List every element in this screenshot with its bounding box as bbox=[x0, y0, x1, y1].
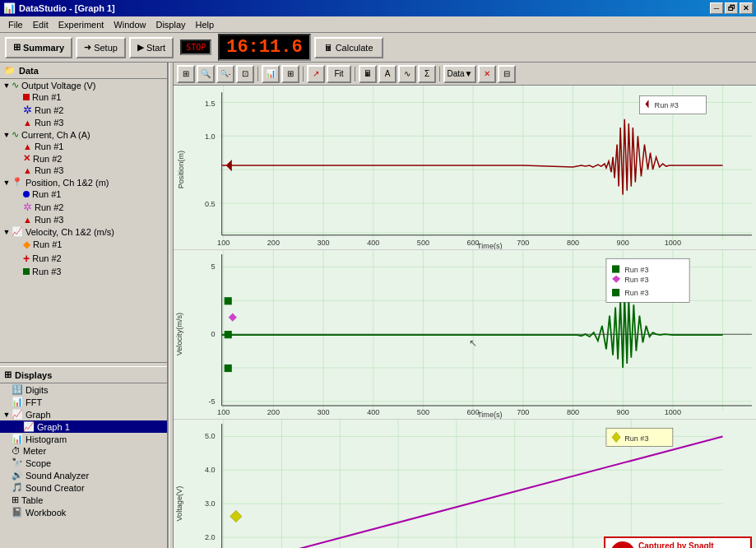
gtb-wave-btn[interactable]: ∿ bbox=[398, 65, 416, 83]
red-triangle-icon: ▲ bbox=[23, 118, 32, 128]
snagit-logo-icon: S bbox=[610, 541, 635, 548]
svg-text:Position(m): Position(m) bbox=[177, 151, 185, 188]
tree-output-voltage[interactable]: ▼ ∿ Output Voltage (V) bbox=[0, 79, 167, 91]
gtb-zoom-out-btn[interactable]: 🔍- bbox=[216, 65, 234, 83]
summary-button[interactable]: ⊞ Summary bbox=[5, 37, 72, 58]
svg-text:2.0: 2.0 bbox=[205, 533, 216, 541]
app-icon: 📊 bbox=[3, 2, 16, 14]
setup-button[interactable]: ➜ Setup bbox=[76, 37, 126, 58]
data-tree[interactable]: ▼ ∿ Output Voltage (V) Run #1 ✲ Run #2 ▲… bbox=[0, 79, 167, 326]
close-btn[interactable]: ✕ bbox=[740, 2, 753, 14]
gtb-calc-btn[interactable]: 🖩 bbox=[359, 65, 377, 83]
gtb-remove-btn[interactable]: ✕ bbox=[478, 65, 496, 83]
display-graph1[interactable]: 📈 Graph 1 bbox=[0, 420, 167, 433]
gtb-text-btn[interactable]: A bbox=[378, 65, 397, 83]
minimize-btn[interactable]: ─ bbox=[710, 2, 723, 14]
chart-position: 1.5 1.0 0.5 Position(m) 100 200 300 400 … bbox=[174, 86, 756, 250]
svg-text:200: 200 bbox=[267, 408, 280, 416]
svg-text:1000: 1000 bbox=[665, 408, 681, 416]
svg-text:400: 400 bbox=[367, 239, 379, 247]
svg-text:500: 500 bbox=[417, 239, 429, 247]
tree-ov-run2[interactable]: ✲ Run #2 bbox=[0, 103, 167, 117]
gtb-scale-btn[interactable]: 📊 bbox=[262, 65, 280, 83]
tree-ov-run3[interactable]: ▲ Run #3 bbox=[0, 117, 167, 128]
svg-text:Run #3: Run #3 bbox=[624, 266, 648, 274]
fft-icon: 📊 bbox=[12, 397, 23, 407]
svg-text:300: 300 bbox=[317, 239, 329, 247]
tree-position[interactable]: ▼ 📍 Position, Ch 1&2 (m) bbox=[0, 176, 167, 188]
display-fft[interactable]: 📊 FFT bbox=[0, 396, 167, 408]
tree-vel-run3[interactable]: Run #3 bbox=[0, 266, 167, 277]
tree-velocity[interactable]: ▼ 📈 Velocity, Ch 1&2 (m/s) bbox=[0, 225, 167, 238]
graph-toolbar: ⊞ 🔍 🔍- ⊡ 📊 ⊞ ↗ Fit 🖩 A ∿ Σ Data▼ ✕ ⊟ bbox=[174, 63, 756, 86]
chart-voltage: 5.0 4.0 3.0 2.0 1.0 Voltage(V) 100 200 3… bbox=[174, 420, 756, 549]
tree-pos-run1[interactable]: Run #1 bbox=[0, 188, 167, 200]
menu-help[interactable]: Help bbox=[191, 18, 220, 31]
svg-text:800: 800 bbox=[567, 239, 579, 247]
svg-text:900: 900 bbox=[617, 408, 629, 416]
displays-tree[interactable]: 🔢 Digits 📊 FFT ▼ 📈 Graph 📈 Graph 1 bbox=[0, 383, 167, 548]
window-title: DataStudio - [Graph 1] bbox=[19, 3, 115, 13]
display-scope[interactable]: 🔭 Scope bbox=[0, 457, 167, 469]
display-sound-creator[interactable]: 🎵 Sound Creator bbox=[0, 481, 167, 494]
tree-ca-run2[interactable]: ✕ Run #2 bbox=[0, 152, 167, 165]
menu-window[interactable]: Window bbox=[109, 18, 151, 31]
histogram-icon: 📊 bbox=[12, 434, 23, 444]
svg-text:900: 900 bbox=[617, 239, 629, 247]
display-sound-analyzer[interactable]: 🔊 Sound Analyzer bbox=[0, 469, 167, 481]
tree-ca-run1[interactable]: ▲ Run #1 bbox=[0, 141, 167, 152]
svg-text:0.5: 0.5 bbox=[205, 200, 216, 208]
svg-text:300: 300 bbox=[317, 408, 329, 416]
svg-text:Run #3: Run #3 bbox=[624, 434, 648, 442]
gtb-options-btn[interactable]: ⊟ bbox=[498, 65, 516, 83]
display-workbook[interactable]: 📓 Workbook bbox=[0, 506, 167, 518]
menu-edit[interactable]: Edit bbox=[28, 18, 53, 31]
position-icon: 📍 bbox=[12, 177, 23, 188]
sep3 bbox=[355, 67, 355, 81]
restore-btn[interactable]: 🗗 bbox=[725, 2, 738, 14]
display-digits[interactable]: 🔢 Digits bbox=[0, 383, 167, 396]
gtb-grid-btn[interactable]: ⊞ bbox=[281, 65, 299, 83]
tree-vel-run1[interactable]: ◆ Run #1 bbox=[0, 238, 167, 251]
gtb-fit-btn[interactable]: Fit bbox=[327, 65, 351, 83]
data-section-header: 📁 Data bbox=[0, 63, 167, 79]
tree-vel-run2[interactable]: + Run #2 bbox=[0, 251, 167, 266]
display-graph[interactable]: ▼ 📈 Graph bbox=[0, 408, 167, 420]
displays-section: ⊞ Displays 🔢 Digits 📊 FFT ▼ 📈 Graph bbox=[0, 367, 167, 548]
display-meter[interactable]: ⏱ Meter bbox=[0, 445, 167, 457]
sine-icon2: ∿ bbox=[12, 129, 19, 140]
svg-text:700: 700 bbox=[517, 408, 529, 416]
tree-pos-run2[interactable]: ✲ Run #2 bbox=[0, 200, 167, 214]
gtb-zoom-sel-btn[interactable]: ⊡ bbox=[236, 65, 254, 83]
tree-ov-run1[interactable]: Run #1 bbox=[0, 91, 167, 103]
menu-bar: File Edit Experiment Window Display Help bbox=[0, 16, 756, 33]
orange-diamond-icon: ◆ bbox=[23, 239, 30, 250]
menu-experiment[interactable]: Experiment bbox=[53, 18, 109, 31]
gtb-sigma-btn[interactable]: Σ bbox=[418, 65, 436, 83]
data-section: 📁 Data ▼ ∿ Output Voltage (V) Run #1 ✲ R… bbox=[0, 63, 167, 362]
tree-ca-run3[interactable]: ▲ Run #3 bbox=[0, 165, 167, 176]
green-square-icon bbox=[23, 268, 30, 275]
blue-circle-icon bbox=[23, 191, 30, 197]
gtb-curve-btn[interactable]: ↗ bbox=[307, 65, 325, 83]
svg-text:Run #3: Run #3 bbox=[624, 289, 648, 297]
display-table[interactable]: ⊞ Table bbox=[0, 494, 167, 506]
tree-pos-run3[interactable]: ▲ Run #3 bbox=[0, 214, 167, 225]
sound-analyzer-icon: 🔊 bbox=[12, 470, 23, 481]
svg-rect-73 bbox=[225, 297, 232, 304]
menu-file[interactable]: File bbox=[3, 18, 28, 31]
start-button[interactable]: ▶ Start bbox=[129, 37, 174, 58]
display-histogram[interactable]: 📊 Histogram bbox=[0, 433, 167, 445]
svg-text:100: 100 bbox=[217, 239, 230, 247]
table-icon: ⊞ bbox=[13, 42, 21, 53]
menu-display[interactable]: Display bbox=[151, 18, 190, 31]
calculate-button[interactable]: 🖩 Calculate bbox=[314, 37, 383, 58]
tree-current-cha[interactable]: ▼ ∿ Current, Ch A (A) bbox=[0, 128, 167, 141]
gtb-zoom-in-btn[interactable]: 🔍 bbox=[197, 65, 215, 83]
gtb-data-btn[interactable]: Data▼ bbox=[443, 65, 476, 83]
expand-icon: ▼ bbox=[2, 81, 12, 90]
data-folder-icon: 📁 bbox=[4, 65, 16, 76]
displays-header: ⊞ Displays bbox=[0, 367, 167, 383]
gtb-view-btn[interactable]: ⊞ bbox=[177, 65, 195, 83]
workbook-icon: 📓 bbox=[12, 507, 23, 518]
